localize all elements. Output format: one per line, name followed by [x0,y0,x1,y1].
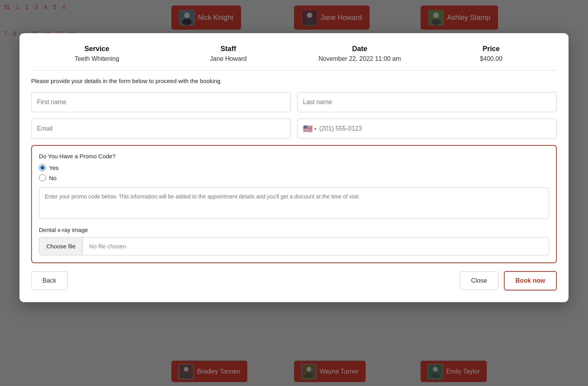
booking-modal: Service Teeth Whitening Staff Jane Howar… [19,33,569,302]
summary-divider [31,70,557,71]
price-column: Price $400.00 [426,45,557,62]
close-button[interactable]: Close [460,271,498,290]
promo-no-label[interactable]: No [39,174,549,181]
staff-column: Staff Jane Howard [163,45,294,62]
promo-yes-text: Yes [49,165,58,171]
choose-file-button[interactable]: Choose file [39,237,83,255]
price-label: Price [426,45,557,53]
back-button[interactable]: Back [31,271,68,290]
email-input[interactable] [31,119,291,139]
first-name-input[interactable] [31,92,291,112]
staff-label: Staff [163,45,294,53]
date-column: Date November 22, 2022 11:00 am [294,45,426,62]
book-now-button[interactable]: Book now [504,271,557,290]
phone-wrapper: 🇺🇸 ▾ [297,119,557,139]
service-label: Service [31,45,163,53]
file-upload-wrapper: Choose file No file chosen [39,237,549,255]
footer-right-buttons: Close Book now [460,271,557,290]
service-value: Teeth Whitening [31,55,163,62]
modal-footer: Back Close Book now [31,271,557,290]
promo-code-textarea[interactable] [39,188,549,219]
promo-title: Do You Have a Promo Code? [39,153,549,159]
name-row [31,92,557,112]
staff-value: Jane Howard [163,55,294,62]
date-value: November 22, 2022 11:00 am [294,55,426,62]
file-name-display: No file chosen [83,237,549,255]
phone-dropdown-arrow[interactable]: ▾ [314,127,316,131]
promo-no-text: No [49,175,56,181]
phone-flag-icon: 🇺🇸 [303,124,313,133]
promo-section: Do You Have a Promo Code? Yes No Dental … [31,145,557,263]
phone-input[interactable] [319,119,551,138]
file-upload-label: Dental x-ray image [39,227,549,233]
price-value: $400.00 [426,55,557,62]
contact-row: 🇺🇸 ▾ [31,119,557,139]
promo-yes-label[interactable]: Yes [39,164,549,171]
promo-no-radio[interactable] [39,174,46,181]
last-name-input[interactable] [297,92,557,112]
form-instruction: Please provide your details in the form … [31,78,557,84]
service-column: Service Teeth Whitening [31,45,163,62]
promo-radio-group: Yes No [39,164,549,181]
promo-yes-radio[interactable] [39,164,46,171]
booking-summary: Service Teeth Whitening Staff Jane Howar… [31,45,557,62]
date-label: Date [294,45,426,53]
